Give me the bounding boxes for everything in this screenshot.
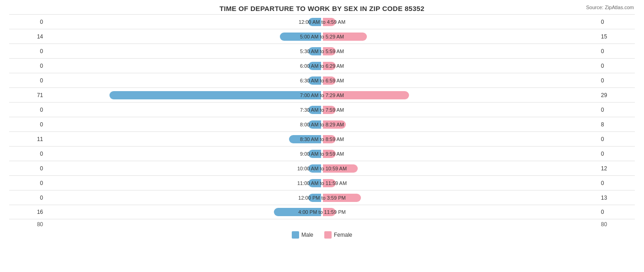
table-row: 012:00 PM to 3:59 PM13	[9, 190, 635, 205]
time-label: 9:00 AM to 9:59 AM	[300, 151, 344, 157]
table-row: 145:00 AM to 5:29 AM15	[9, 29, 635, 44]
right-value: 15	[598, 33, 635, 40]
time-label: 12:00 PM to 3:59 PM	[298, 195, 345, 201]
bar-section: 5:30 AM to 5:59 AM	[46, 44, 598, 58]
bar-section: 9:00 AM to 9:59 AM	[46, 147, 598, 161]
left-value: 0	[9, 63, 46, 69]
time-label: 7:00 AM to 7:29 AM	[300, 92, 344, 98]
time-label: 6:00 AM to 6:29 AM	[300, 63, 344, 69]
male-legend-box	[292, 231, 299, 239]
time-label: 11:00 AM to 11:59 AM	[297, 180, 347, 186]
time-label: 10:00 AM to 10:59 AM	[297, 166, 347, 171]
right-value: 0	[598, 180, 635, 186]
left-value: 0	[9, 77, 46, 84]
bar-section: 4:00 PM to 11:59 PM	[46, 205, 598, 219]
time-label: 8:00 AM to 8:29 AM	[300, 122, 344, 127]
right-value: 12	[598, 165, 635, 172]
bar-section: 7:30 AM to 7:59 AM	[46, 103, 598, 117]
table-row: 06:30 AM to 6:59 AM0	[9, 73, 635, 87]
right-value: 0	[598, 151, 635, 157]
bar-section: 12:00 AM to 4:59 AM	[46, 15, 598, 29]
bar-section: 5:00 AM to 5:29 AM	[46, 29, 598, 44]
left-value: 11	[9, 136, 46, 142]
bar-section: 8:00 AM to 8:29 AM	[46, 117, 598, 131]
axis-row: 80 80	[9, 219, 635, 229]
table-row: 05:30 AM to 5:59 AM0	[9, 44, 635, 58]
time-label: 5:00 AM to 5:29 AM	[300, 34, 344, 39]
table-row: 164:00 PM to 11:59 PM0	[9, 205, 635, 219]
right-value: 0	[598, 77, 635, 84]
right-value: 29	[598, 92, 635, 98]
right-value: 13	[598, 195, 635, 201]
right-value: 8	[598, 121, 635, 128]
female-legend-label: Female	[334, 232, 352, 238]
left-value: 16	[9, 209, 46, 215]
bar-section: 6:30 AM to 6:59 AM	[46, 73, 598, 87]
time-label: 8:30 AM to 8:59 AM	[300, 136, 344, 142]
bar-section: 10:00 AM to 10:59 AM	[46, 161, 598, 175]
source-label: Source: ZipAtlas.com	[586, 5, 634, 10]
axis-right: 80	[598, 221, 635, 228]
legend-male: Male	[292, 231, 313, 239]
left-value: 0	[9, 121, 46, 128]
bar-section: 6:00 AM to 6:29 AM	[46, 59, 598, 73]
left-value: 0	[9, 48, 46, 54]
table-row: 09:00 AM to 9:59 AM0	[9, 146, 635, 161]
time-label: 12:00 AM to 4:59 AM	[299, 19, 345, 25]
male-bar	[109, 91, 321, 99]
male-bar-container	[109, 91, 322, 99]
left-value: 0	[9, 180, 46, 186]
table-row: 011:00 AM to 11:59 AM0	[9, 175, 635, 190]
bar-section: 8:30 AM to 8:59 AM	[46, 132, 598, 146]
legend-female: Female	[324, 231, 352, 239]
right-value: 0	[598, 107, 635, 113]
left-value: 0	[9, 19, 46, 25]
table-row: 717:00 AM to 7:29 AM29	[9, 87, 635, 102]
chart-container: TIME OF DEPARTURE TO WORK BY SEX IN ZIP …	[0, 0, 644, 272]
chart-area: 012:00 AM to 4:59 AM0145:00 AM to 5:29 A…	[9, 14, 635, 219]
table-row: 08:00 AM to 8:29 AM8	[9, 117, 635, 131]
right-value: 0	[598, 19, 635, 25]
legend: Male Female	[9, 231, 635, 239]
right-value: 0	[598, 209, 635, 215]
female-legend-box	[324, 231, 332, 239]
left-value: 14	[9, 33, 46, 40]
bar-section: 7:00 AM to 7:29 AM	[46, 88, 598, 102]
table-row: 07:30 AM to 7:59 AM0	[9, 102, 635, 117]
male-legend-label: Male	[301, 232, 313, 238]
right-value: 0	[598, 136, 635, 142]
table-row: 010:00 AM to 10:59 AM12	[9, 161, 635, 175]
right-value: 0	[598, 48, 635, 54]
table-row: 118:30 AM to 8:59 AM0	[9, 131, 635, 146]
left-value: 0	[9, 195, 46, 201]
left-value: 0	[9, 107, 46, 113]
table-row: 06:00 AM to 6:29 AM0	[9, 58, 635, 73]
left-value: 0	[9, 165, 46, 172]
left-value: 0	[9, 151, 46, 157]
table-row: 012:00 AM to 4:59 AM0	[9, 14, 635, 29]
time-label: 7:30 AM to 7:59 AM	[300, 107, 344, 113]
axis-left: 80	[9, 221, 46, 228]
right-value: 0	[598, 63, 635, 69]
bar-section: 11:00 AM to 11:59 AM	[46, 176, 598, 190]
bar-section: 12:00 PM to 3:59 PM	[46, 190, 598, 205]
left-value: 71	[9, 92, 46, 98]
chart-title: TIME OF DEPARTURE TO WORK BY SEX IN ZIP …	[9, 5, 635, 12]
time-label: 6:30 AM to 6:59 AM	[300, 78, 344, 83]
time-label: 5:30 AM to 5:59 AM	[300, 49, 344, 54]
time-label: 4:00 PM to 11:59 PM	[298, 209, 345, 215]
